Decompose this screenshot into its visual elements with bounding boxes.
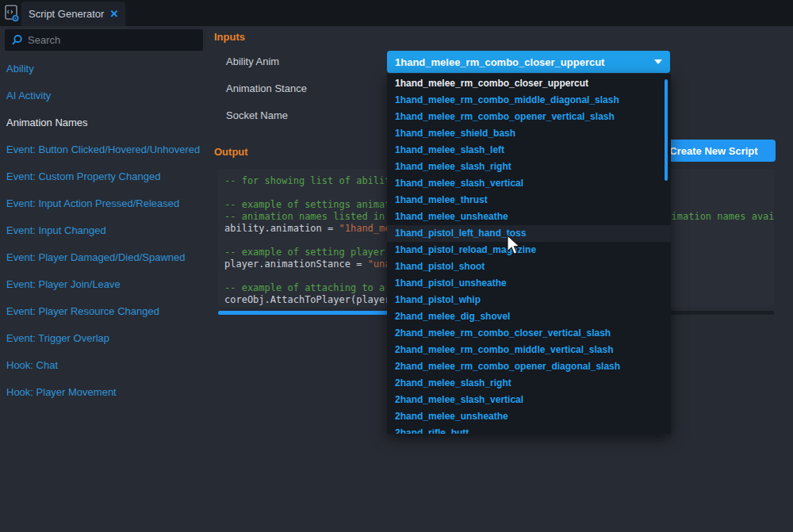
sidebar-item[interactable]: Event: Player Damaged/Died/Spawned xyxy=(0,243,206,270)
dropdown-option[interactable]: 1hand_melee_slash_vertical xyxy=(387,175,671,192)
dropdown-option[interactable]: 2hand_melee_unsheathe xyxy=(387,408,671,425)
dropdown-option[interactable]: 2hand_melee_rm_combo_closer_vertical_sla… xyxy=(387,325,671,342)
tab-script-generator[interactable]: Script Generator ✕ xyxy=(21,2,125,26)
dropdown-option[interactable]: 2hand_rifle_butt xyxy=(387,425,671,434)
sidebar-nav: AbilityAI ActivityAnimation NamesEvent: … xyxy=(0,55,206,405)
sidebar-item[interactable]: Event: Player Resource Changed xyxy=(0,297,206,324)
dropdown-vertical-scrollbar-thumb[interactable] xyxy=(665,79,668,181)
dropdown-option[interactable]: 1hand_melee_unsheathe xyxy=(387,209,671,225)
dropdown-option[interactable]: 2hand_melee_rm_combo_middle_vertical_sla… xyxy=(387,342,671,358)
chevron-down-icon xyxy=(654,59,662,64)
dropdown-option[interactable]: 1hand_pistol_reload_magazine xyxy=(387,242,671,258)
ability-anim-dropdown[interactable]: 1hand_melee_rm_combo_closer_uppercut xyxy=(387,51,670,73)
sidebar-item[interactable]: Hook: Chat xyxy=(0,351,206,378)
dropdown-option[interactable]: 1hand_pistol_shoot xyxy=(387,258,671,275)
search-icon xyxy=(11,34,23,46)
dropdown-option[interactable]: 1hand_pistol_unsheathe xyxy=(387,275,671,292)
close-icon[interactable]: ✕ xyxy=(109,8,118,20)
dropdown-option[interactable]: 2hand_melee_rm_combo_opener_diagonal_sla… xyxy=(387,358,671,375)
sidebar-item[interactable]: Event: Button Clicked/Hovered/Unhovered xyxy=(0,136,206,163)
dropdown-option[interactable]: 1hand_pistol_left_hand_toss xyxy=(387,225,671,242)
inputs-header: Inputs xyxy=(214,31,245,43)
dropdown-option[interactable]: 1hand_melee_rm_combo_opener_vertical_sla… xyxy=(387,109,671,125)
dropdown-option[interactable]: 1hand_melee_rm_combo_closer_uppercut xyxy=(387,75,671,92)
field-label: Animation Stance xyxy=(226,83,307,94)
sidebar-item[interactable]: Event: Input Changed xyxy=(0,216,206,243)
sidebar-item[interactable]: Hook: Player Movement xyxy=(0,378,206,405)
dropdown-option[interactable]: 1hand_melee_thrust xyxy=(387,192,671,209)
field-label: Ability Anim xyxy=(226,56,279,67)
sidebar-item[interactable]: Animation Names xyxy=(0,109,206,136)
sidebar-item[interactable]: Event: Custom Property Changed xyxy=(0,163,206,189)
search-input[interactable] xyxy=(28,34,203,46)
sidebar-item[interactable]: AI Activity xyxy=(0,82,206,109)
field-label: Socket Name xyxy=(226,110,288,121)
output-header: Output xyxy=(214,146,248,158)
dropdown-option[interactable]: 1hand_melee_slash_left xyxy=(387,142,671,159)
sidebar-item[interactable]: Event: Input Action Pressed/Released xyxy=(0,189,206,216)
dropdown-panel: 1hand_melee_rm_combo_closer_uppercut1han… xyxy=(387,74,671,434)
tab-bar: Script Generator ✕ xyxy=(0,0,793,26)
script-generator-icon xyxy=(4,4,21,23)
script-generator-window: Script Generator ✕ AbilityAI ActivityAni… xyxy=(0,0,793,532)
dropdown-option[interactable]: 1hand_pistol_whip xyxy=(387,292,671,308)
dropdown-option[interactable]: 1hand_melee_rm_combo_middle_diagonal_sla… xyxy=(387,92,671,109)
dropdown-option[interactable]: 1hand_melee_shield_bash xyxy=(387,125,671,142)
dropdown-option[interactable]: 2hand_melee_slash_right xyxy=(387,375,671,392)
dropdown-option[interactable]: 2hand_melee_dig_shovel xyxy=(387,308,671,325)
search-box[interactable] xyxy=(5,29,203,51)
dropdown-option[interactable]: 2hand_melee_slash_vertical xyxy=(387,392,671,408)
dropdown-selected-value: 1hand_melee_rm_combo_closer_uppercut xyxy=(395,56,654,68)
sidebar-item[interactable]: Event: Player Join/Leave xyxy=(0,270,206,297)
dropdown-option[interactable]: 1hand_melee_slash_right xyxy=(387,159,671,175)
tab-title: Script Generator xyxy=(29,8,104,20)
sidebar-item[interactable]: Ability xyxy=(0,55,206,82)
sidebar-item[interactable]: Event: Trigger Overlap xyxy=(0,324,206,351)
